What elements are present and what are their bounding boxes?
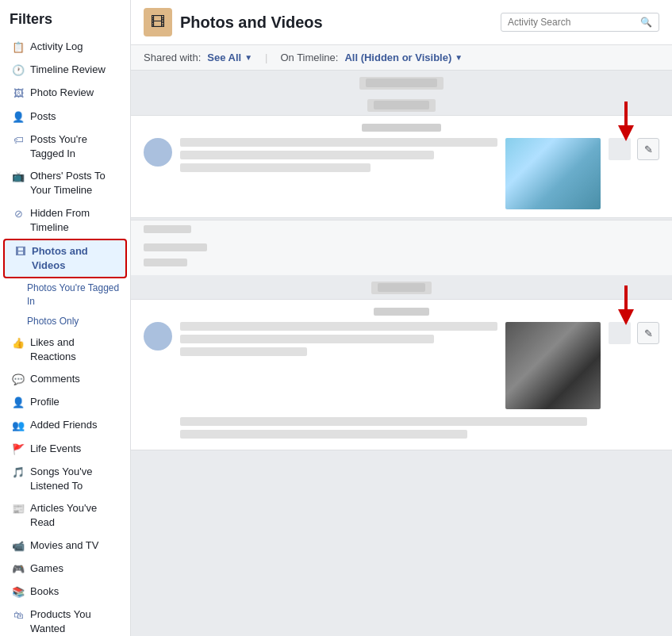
sidebar-item-articles[interactable]: 📰Articles You've Read — [3, 497, 127, 534]
sidebar-label-posts-tagged: Posts You're Tagged In — [30, 132, 121, 161]
sidebar-label-games: Games — [30, 561, 121, 576]
activity-text-2a — [180, 322, 497, 331]
card2-text-bottom-1 — [180, 417, 587, 426]
sidebar-item-posts-tagged[interactable]: 🏷Posts You're Tagged In — [3, 128, 127, 165]
between-cards-sub — [131, 242, 672, 275]
sidebar-subitem-photos-tagged[interactable]: Photos You're Tagged In — [0, 278, 130, 312]
shared-with-label: Shared with: — [144, 52, 201, 63]
shared-with-value: See All — [207, 52, 241, 63]
section-date-text-2 — [371, 282, 432, 294]
photo-blue — [505, 138, 601, 209]
sidebar-item-life-events[interactable]: 🚩Life Events — [3, 438, 127, 461]
sidebar-label-others-posts: Others' Posts To Your Timeline — [30, 169, 121, 197]
activity-date-badge-2 — [609, 322, 631, 344]
activity-text-2b — [180, 335, 434, 343]
posts-tagged-icon: 🏷 — [11, 133, 25, 148]
svg-marker-1 — [618, 125, 634, 141]
sidebar-label-profile: Profile — [30, 395, 121, 409]
sidebar-label-comments: Comments — [30, 372, 121, 386]
sidebar-item-likes-reactions[interactable]: 👍Likes and Reactions — [3, 331, 127, 368]
sidebar-item-books[interactable]: 📚Books — [3, 580, 127, 603]
sidebar-label-movies-tv: Movies and TV — [30, 538, 121, 553]
content-area: ✎ — [131, 71, 672, 636]
sidebar-label-posts: Posts — [30, 109, 121, 124]
activity-image-2 — [505, 322, 601, 409]
red-arrow-1 — [615, 102, 637, 141]
on-timeline-value: All (Hidden or Visible) — [344, 52, 451, 63]
comments-icon: 💬 — [11, 373, 25, 387]
activity-row-1: ✎ — [144, 138, 659, 209]
search-input[interactable] — [508, 17, 640, 28]
sidebar-label-hidden-timeline: Hidden From Timeline — [30, 206, 121, 235]
sidebar-item-comments[interactable]: 💬Comments — [3, 368, 127, 391]
sidebar-item-games[interactable]: 🎮Games — [3, 557, 127, 580]
sidebar-item-photos-videos[interactable]: 🎞Photos and Videos — [3, 239, 127, 278]
section-date-text-1 — [359, 77, 444, 90]
header-icon: 🎞 — [144, 8, 172, 36]
activity-date-badge-1 — [609, 138, 631, 160]
section-date-1 — [131, 71, 672, 93]
articles-icon: 📰 — [11, 502, 25, 516]
card2-bottom-text — [144, 417, 659, 439]
products-icon: 🛍 — [11, 608, 25, 623]
activity-row-2: ✎ — [144, 322, 659, 409]
others-posts-icon: 📺 — [11, 170, 25, 184]
likes-reactions-icon: 👍 — [11, 336, 25, 351]
sidebar-label-products: Products You Wanted — [30, 607, 121, 636]
sidebar: Filters 📋Activity Log🕐Timeline Review🖼Ph… — [0, 0, 131, 636]
sidebar-title: Filters — [0, 0, 130, 36]
sidebar-item-others-posts[interactable]: 📺Others' Posts To Your Timeline — [3, 165, 127, 201]
activity-text-1b — [180, 151, 434, 159]
sidebar-label-life-events: Life Events — [30, 442, 121, 456]
sidebar-subitem-photos-only[interactable]: Photos Only — [0, 312, 130, 331]
sidebar-label-articles: Articles You've Read — [30, 501, 121, 530]
photos-videos-icon: 🎞 — [13, 245, 27, 259]
search-bar[interactable]: 🔍 — [501, 13, 659, 32]
sidebar-label-timeline-review: Timeline Review — [30, 63, 121, 77]
activity-actions-2: ✎ — [609, 322, 659, 344]
activity-text-1c — [180, 163, 371, 172]
books-icon: 📚 — [11, 585, 25, 600]
sidebar-item-songs[interactable]: 🎵Songs You've Listened To — [3, 461, 127, 497]
chevron-down-icon-2: ▼ — [455, 53, 463, 62]
sidebar-item-activity-log[interactable]: 📋Activity Log — [3, 36, 127, 59]
red-arrow-2 — [615, 285, 637, 325]
svg-marker-3 — [618, 309, 634, 325]
sidebar-item-movies-tv[interactable]: 📹Movies and TV — [3, 534, 127, 557]
shared-with-select[interactable]: See All ▼ — [207, 52, 252, 63]
sidebar-label-activity-log: Activity Log — [30, 40, 121, 54]
sidebar-item-profile[interactable]: 👤Profile — [3, 391, 127, 414]
sidebar-items-container: 📋Activity Log🕐Timeline Review🖼Photo Revi… — [0, 36, 130, 636]
section-subdate-text-1 — [367, 99, 436, 112]
life-events-icon: 🚩 — [11, 443, 25, 457]
movies-tv-icon: 📹 — [11, 539, 25, 554]
on-timeline-select[interactable]: All (Hidden or Visible) ▼ — [344, 52, 463, 63]
sidebar-label-photos-videos: Photos and Videos — [32, 244, 119, 273]
sidebar-label-songs: Songs You've Listened To — [30, 465, 121, 493]
activity-actions-1: ✎ — [609, 138, 659, 160]
activity-image-1 — [505, 138, 601, 209]
edit-button-2[interactable]: ✎ — [637, 322, 659, 344]
page-title: Photos and Videos — [180, 13, 323, 32]
sidebar-item-photo-review[interactable]: 🖼Photo Review — [3, 82, 127, 105]
songs-icon: 🎵 — [11, 466, 25, 480]
hidden-timeline-icon: ⊘ — [11, 207, 25, 221]
photo-review-icon: 🖼 — [11, 86, 25, 101]
sidebar-item-products[interactable]: 🛍Products You Wanted — [3, 603, 127, 636]
section-date-2 — [131, 275, 672, 297]
sidebar-label-books: Books — [30, 584, 121, 599]
activity-card-2: ✎ — [131, 299, 672, 450]
sidebar-item-posts[interactable]: 👤Posts — [3, 105, 127, 128]
search-icon: 🔍 — [640, 17, 652, 28]
sidebar-label-likes-reactions: Likes and Reactions — [30, 335, 121, 364]
sidebar-item-timeline-review[interactable]: 🕐Timeline Review — [3, 59, 127, 82]
edit-button-1[interactable]: ✎ — [637, 138, 659, 160]
filter-separator: | — [265, 52, 267, 63]
activity-card-1: ✎ — [131, 115, 672, 218]
activity-text-1a — [180, 138, 497, 147]
photo-dark — [505, 322, 601, 409]
activity-meta-1 — [144, 124, 659, 133]
sidebar-item-hidden-timeline[interactable]: ⊘Hidden From Timeline — [3, 202, 127, 239]
sidebar-item-added-friends[interactable]: 👥Added Friends — [3, 414, 127, 437]
sidebar-label-photo-review: Photo Review — [30, 86, 121, 100]
